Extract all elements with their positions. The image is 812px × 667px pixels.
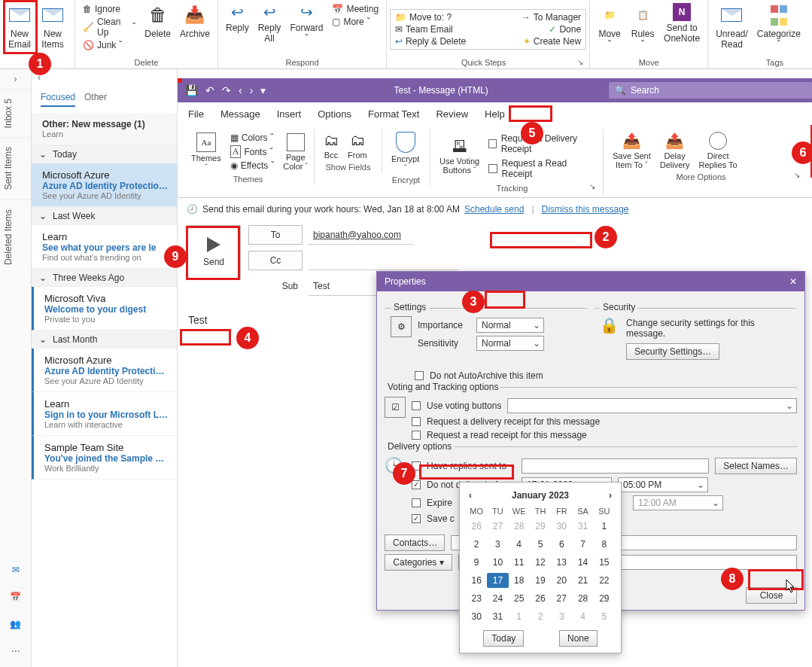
cal-day[interactable]: 6: [551, 537, 572, 552]
cal-day[interactable]: 24: [487, 591, 508, 606]
cal-day[interactable]: 18: [509, 573, 530, 588]
moveto-quickstep[interactable]: 📁Move to: ?: [392, 11, 455, 23]
cal-day[interactable]: 26: [530, 591, 551, 606]
save-copy-checkbox[interactable]: [412, 514, 421, 523]
voting-button[interactable]: 🗳Use Voting Buttons ˇ: [435, 136, 484, 176]
cal-day[interactable]: 28: [509, 519, 530, 534]
colors-button[interactable]: ▦Colorsˇ: [227, 132, 277, 144]
reply-button[interactable]: ↩Reply: [221, 2, 254, 35]
redo-icon[interactable]: ↷: [222, 84, 231, 96]
cal-day[interactable]: 11: [509, 555, 530, 570]
other-tab[interactable]: Other: [84, 92, 107, 107]
focused-tab[interactable]: Focused: [41, 92, 75, 107]
themes-button[interactable]: AaThemes ˇ: [187, 131, 226, 173]
voting-dropdown[interactable]: [507, 398, 797, 413]
section-header[interactable]: Today: [32, 145, 177, 163]
compose-tab-review[interactable]: Review: [434, 107, 470, 121]
cal-day[interactable]: 31: [572, 519, 593, 534]
other-banner[interactable]: Other: New message (1) Learn: [32, 113, 177, 145]
request-read-checkbox[interactable]: Request a Read Receipt: [485, 157, 597, 181]
page-color-button[interactable]: Page Color ˇ: [278, 132, 312, 172]
contacts-button[interactable]: Contacts…: [385, 535, 445, 551]
cal-day[interactable]: 27: [551, 591, 572, 606]
cal-day[interactable]: 1: [509, 609, 530, 624]
cal-day[interactable]: 28: [572, 591, 593, 606]
more-respond-button[interactable]: ▢Moreˇ: [329, 16, 382, 28]
compose-tab-file[interactable]: File: [187, 107, 205, 121]
more-nav-icon[interactable]: ⋯: [8, 644, 23, 658]
rules-button[interactable]: 📋Rules ˇ: [626, 2, 659, 51]
cal-day[interactable]: 23: [466, 591, 487, 606]
cal-day[interactable]: 14: [572, 555, 593, 570]
cal-day[interactable]: 1: [594, 519, 615, 534]
cal-day[interactable]: 12: [530, 555, 551, 570]
section-header[interactable]: Three Weeks Ago: [32, 269, 177, 287]
mail-item[interactable]: Microsoft AzureAzure AD Identity Protect…: [32, 163, 177, 207]
cc-button[interactable]: Cc: [248, 251, 303, 270]
done-quickstep[interactable]: ✓Done: [546, 23, 584, 35]
undo-icon[interactable]: ↶: [205, 84, 214, 96]
cal-day[interactable]: 8: [594, 537, 615, 552]
teamemail-quickstep[interactable]: ✉Team Email: [392, 23, 456, 35]
cal-day[interactable]: 15: [594, 555, 615, 570]
cal-day[interactable]: 13: [551, 555, 572, 570]
categorize-button[interactable]: Categorize ˇ: [753, 2, 805, 51]
collapse-list-button[interactable]: ‹: [32, 69, 177, 86]
cal-day[interactable]: 22: [594, 573, 615, 588]
qat-next-icon[interactable]: ›: [250, 84, 254, 96]
cal-today-button[interactable]: Today: [483, 630, 524, 647]
compose-tab-format-text[interactable]: Format Text: [366, 107, 421, 121]
followup-button[interactable]: ⚑Fo: [805, 2, 812, 41]
cal-day[interactable]: 10: [487, 555, 508, 570]
cal-prev-button[interactable]: ‹: [469, 490, 472, 501]
save-icon[interactable]: 💾: [185, 84, 198, 96]
cal-day[interactable]: 5: [530, 537, 551, 552]
cal-day[interactable]: 26: [466, 519, 487, 534]
compose-tab-insert[interactable]: Insert: [275, 107, 303, 121]
compose-searchbox[interactable]: 🔍 Search: [609, 82, 812, 99]
cal-day[interactable]: 3: [551, 609, 572, 624]
reply-all-button[interactable]: ↩Reply All: [254, 2, 286, 45]
delay-delivery-button[interactable]: 📤Delay Delivery: [655, 130, 695, 171]
cal-day[interactable]: 9: [466, 555, 487, 570]
not-before-time[interactable]: 05:00 PM: [618, 477, 708, 492]
dismiss-link[interactable]: Dismiss this message: [542, 204, 629, 215]
not-before-checkbox[interactable]: [412, 480, 421, 489]
encrypt-button[interactable]: Encrypt ˇ: [387, 130, 424, 174]
ignore-button[interactable]: 🗑Ignore: [80, 3, 138, 15]
properties-close-icon[interactable]: ✕: [789, 276, 797, 287]
quicksteps-launcher-icon[interactable]: ↘: [577, 58, 586, 66]
rail-inbox-tab[interactable]: Inbox 5: [0, 89, 31, 137]
cal-day[interactable]: 2: [466, 537, 487, 552]
cal-day[interactable]: 17: [487, 573, 508, 588]
select-names-button[interactable]: Select Names…: [715, 458, 797, 474]
cal-day[interactable]: 30: [466, 609, 487, 624]
calendar-nav-icon[interactable]: 📅: [8, 590, 23, 604]
expand-rail-button[interactable]: ›: [0, 69, 31, 89]
cal-day[interactable]: 30: [551, 519, 572, 534]
mail-item[interactable]: LearnSign in to your Microsoft L…Learn w…: [32, 392, 177, 436]
send-button[interactable]: Send: [187, 225, 241, 279]
autoarchive-checkbox[interactable]: [415, 371, 424, 380]
new-email-button[interactable]: New Email: [3, 2, 36, 51]
cal-day[interactable]: 21: [572, 573, 593, 588]
to-field[interactable]: bipanath@yahoo.com: [309, 225, 414, 245]
from-button[interactable]: 🗂From: [343, 130, 372, 161]
unread-button[interactable]: Unread/ Read: [711, 2, 753, 51]
close-button[interactable]: Close: [746, 587, 797, 604]
mail-item[interactable]: Microsoft VivaWelcome to your digestPriv…: [32, 287, 177, 330]
expires-time[interactable]: 12:00 AM: [633, 495, 723, 510]
direct-replies-button[interactable]: Direct Replies To: [695, 130, 742, 171]
cal-day[interactable]: 7: [572, 537, 593, 552]
schedule-send-link[interactable]: Schedule send: [464, 204, 524, 215]
section-header[interactable]: Last Month: [32, 330, 177, 349]
qat-dropdown-icon[interactable]: ▾: [260, 84, 266, 96]
moreoptions-launcher-icon[interactable]: ↘: [794, 171, 803, 181]
cal-day[interactable]: 20: [551, 573, 572, 588]
cal-day[interactable]: 4: [509, 537, 530, 552]
rail-sent-tab[interactable]: Sent Items: [0, 137, 31, 199]
cal-day[interactable]: 25: [509, 591, 530, 606]
new-items-button[interactable]: New Items: [36, 2, 69, 51]
compose-tab-message[interactable]: Message: [219, 107, 262, 121]
replies-to-checkbox[interactable]: [412, 461, 421, 471]
